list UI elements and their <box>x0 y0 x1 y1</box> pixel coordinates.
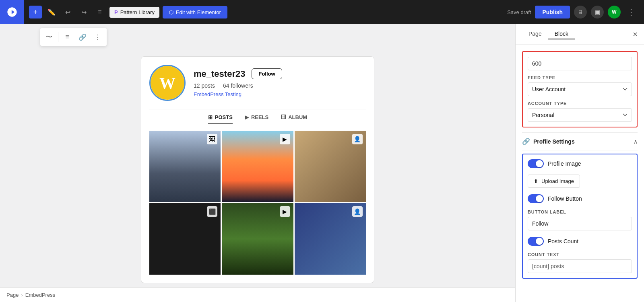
posts-count-toggle-row: Posts Count <box>528 237 632 246</box>
tab-posts[interactable]: ⊞ POSTS <box>208 114 233 124</box>
profile-image-section: Profile Image ⬆ Upload Image Follow Butt… <box>522 154 638 279</box>
width-input[interactable] <box>528 57 632 70</box>
posts-count-knob <box>536 238 543 245</box>
grid-item-4: ⬛ <box>149 203 221 274</box>
grid-item-2: ▶ <box>222 131 293 202</box>
profile-image-label: Profile Image <box>548 160 581 167</box>
ig-followers-count: 64 followers <box>223 82 253 89</box>
elementor-label: Edit with Elementor <box>176 9 221 15</box>
undo-button[interactable]: ↩ <box>61 6 74 18</box>
block-link-tool[interactable]: 🔗 <box>75 30 90 44</box>
publish-button[interactable]: Publish <box>535 6 570 18</box>
chevron-up-icon: ∧ <box>634 138 638 145</box>
wp-icon <box>6 6 18 18</box>
avatar-image: W <box>151 66 184 100</box>
panel-header: Page Block × <box>516 24 644 45</box>
follow-button-label: Follow Button <box>548 195 582 202</box>
ig-profile-header: W me_tester23 Follow 12 posts 64 followe… <box>149 65 366 101</box>
elementor-icon: ⬡ <box>169 9 173 15</box>
monitor-icon-button[interactable]: 🖥 <box>574 6 587 18</box>
album-icon: 🎞 <box>281 114 286 120</box>
block-curve-tool[interactable]: 〜 <box>42 30 56 44</box>
ig-username-row: me_tester23 Follow <box>194 68 366 79</box>
tab-page[interactable]: Page <box>522 29 548 39</box>
main-content-area: W me_tester23 Follow 12 posts 64 followe… <box>0 24 515 288</box>
button-label-section: BUTTON LABEL <box>528 210 632 214</box>
save-draft-button[interactable]: Save draft <box>507 9 531 15</box>
ig-image-grid: 🖼 ▶ 👤 ⬛ ▶ 👤 <box>149 131 366 275</box>
toggle-knob <box>536 160 543 167</box>
ig-stats: 12 posts 64 followers <box>194 82 366 89</box>
ig-bio: EmbedPress Testing <box>194 91 366 97</box>
status-bar: Page › EmbedPress <box>0 288 515 302</box>
edit-icon-button[interactable]: ✏️ <box>45 6 58 18</box>
toolbar-divider <box>58 32 58 42</box>
tab-block[interactable]: Block <box>548 29 575 39</box>
grid-item-5: ▶ <box>222 203 293 274</box>
right-panel: Page Block × FEED TYPE User Account Hash… <box>515 24 644 302</box>
ig-follow-button[interactable]: Follow <box>252 68 282 79</box>
count-text-input[interactable] <box>528 259 632 273</box>
block-list-tool[interactable]: ≡ <box>60 30 74 44</box>
pattern-library-label: Pattern Library <box>120 9 155 15</box>
grid-overlay-3: 👤 <box>352 134 363 144</box>
follow-toggle-knob <box>536 195 543 202</box>
ig-username: me_tester23 <box>194 69 245 79</box>
profile-settings-icon: 🔗 <box>522 138 530 145</box>
grid-overlay-2: ▶ <box>280 134 290 144</box>
feed-type-select[interactable]: User Account Hashtag <box>528 82 632 96</box>
grid-item-3: 👤 <box>295 131 366 202</box>
grid-item-6: 👤 <box>295 203 366 274</box>
account-type-label: ACCOUNT TYPE <box>528 101 632 106</box>
block-more-tool[interactable]: ⋮ <box>91 30 105 44</box>
toolbar-right-group: Save draft Publish 🖥 ▣ W ⋮ <box>507 6 644 18</box>
more-options-button[interactable]: ⋮ <box>625 6 638 18</box>
pattern-library-icon: P <box>114 9 118 15</box>
user-account-button[interactable]: W <box>608 6 621 18</box>
grid-overlay-6: 👤 <box>352 206 363 217</box>
redo-button[interactable]: ↪ <box>77 6 90 18</box>
breadcrumb-embedpress: EmbedPress <box>25 292 55 298</box>
profile-settings-label: Profile Settings <box>533 138 575 145</box>
breadcrumb-separator: › <box>21 292 23 298</box>
elementor-button[interactable]: ⬡ Edit with Elementor <box>163 6 227 18</box>
tab-album[interactable]: 🎞 ALBUM <box>281 114 307 124</box>
follow-input[interactable] <box>528 217 632 230</box>
upload-image-button[interactable]: ⬆ Upload Image <box>528 175 580 188</box>
count-text-label: COUNT TEXT <box>528 252 632 257</box>
panel-close-button[interactable]: × <box>633 30 638 39</box>
grid-overlay-4: ⬛ <box>207 206 217 217</box>
instagram-embed: W me_tester23 Follow 12 posts 64 followe… <box>141 56 374 283</box>
profile-image-toggle[interactable] <box>528 159 544 168</box>
ig-tabs: ⊞ POSTS ▶ REELS 🎞 ALBUM <box>149 109 366 124</box>
ig-profile-info: me_tester23 Follow 12 posts 64 followers… <box>194 68 366 97</box>
tab-reels[interactable]: ▶ REELS <box>245 114 268 124</box>
profile-image-toggle-row: Profile Image <box>528 159 632 168</box>
follow-button-toggle[interactable] <box>528 194 544 203</box>
upload-icon: ⬆ <box>534 178 538 184</box>
reels-icon: ▶ <box>245 114 249 120</box>
ig-posts-count: 12 posts <box>194 82 215 89</box>
profile-settings-left: 🔗 Profile Settings <box>522 138 575 145</box>
grid-overlay-5: ▶ <box>280 206 290 217</box>
follow-button-toggle-row: Follow Button <box>528 194 632 203</box>
wordpress-logo <box>0 0 24 24</box>
sidebar-toggle-button[interactable]: ▣ <box>591 6 604 18</box>
posts-icon: ⊞ <box>208 114 213 120</box>
toolbar-left-group: + ✏️ ↩ ↪ ≡ P Pattern Library ⬡ Edit with… <box>24 6 232 18</box>
pattern-library-button[interactable]: P Pattern Library <box>109 7 159 18</box>
feed-settings-section: FEED TYPE User Account Hashtag ACCOUNT T… <box>522 51 638 127</box>
block-toolbar: 〜 ≡ 🔗 ⋮ <box>40 28 107 46</box>
feed-type-label: FEED TYPE <box>528 75 632 80</box>
reels-tab-label: REELS <box>251 114 268 120</box>
details-button[interactable]: ≡ <box>93 6 106 18</box>
grid-overlay-1: 🖼 <box>207 134 217 144</box>
breadcrumb-page: Page <box>6 292 19 298</box>
panel-tabs: Page Block <box>522 29 575 39</box>
grid-item-1: 🖼 <box>149 131 221 202</box>
profile-settings-header[interactable]: 🔗 Profile Settings ∧ <box>522 132 638 150</box>
add-block-button[interactable]: + <box>29 6 42 18</box>
panel-body: FEED TYPE User Account Hashtag ACCOUNT T… <box>516 45 644 290</box>
account-type-select[interactable]: Personal Business <box>528 108 632 122</box>
posts-count-toggle[interactable] <box>528 237 544 246</box>
